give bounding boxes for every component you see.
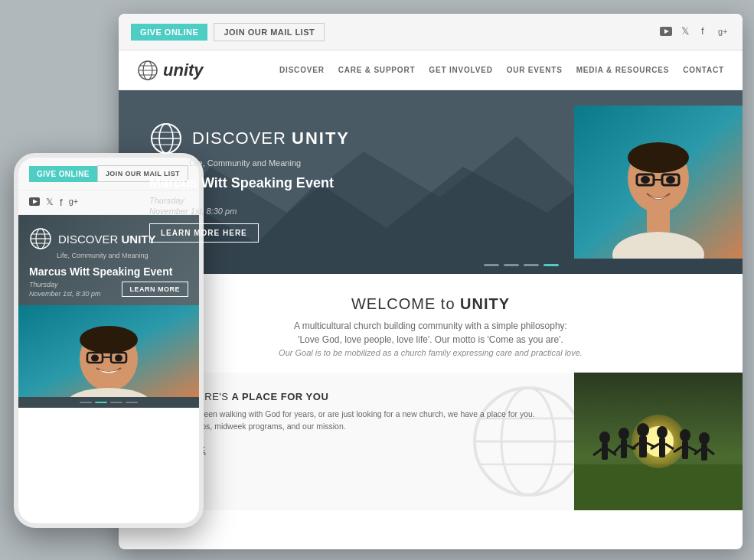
svg-point-50 (657, 426, 668, 438)
svg-point-78 (115, 355, 122, 362)
nav-care[interactable]: CARE & SUPPORT (338, 66, 416, 74)
hero-date-label: Thursday (149, 196, 543, 205)
svg-rect-39 (602, 443, 608, 460)
svg-rect-59 (701, 444, 707, 461)
hero-learn-more-button[interactable]: LEARN MORE HERE (149, 223, 259, 243)
mobile-dot-2-active[interactable] (95, 402, 107, 403)
svg-rect-47 (639, 436, 647, 457)
hero-date-detail: November 1st, 8:30 pm (149, 207, 543, 216)
mobile-facebook-icon[interactable]: f (60, 197, 63, 208)
mobile-event-title: Marcus Witt Speaking Event (29, 265, 188, 278)
twitter-icon[interactable]: 𝕏 (681, 25, 692, 38)
mobile-learn-more-button[interactable]: LEARN MORE (122, 282, 189, 297)
nav-media[interactable]: MEDIA & RESOURCES (576, 66, 670, 74)
hero-person-image (574, 106, 743, 259)
bottom-section: WHERE THERE'S A PLACE FOR YOU Whether yo… (119, 373, 743, 510)
logo-globe-icon (137, 60, 158, 81)
mobile-give-online-button[interactable]: GIVE ONLINE (29, 166, 97, 182)
join-mail-button[interactable]: JOIN OUR MAIL LIST (214, 23, 325, 41)
welcome-line1: A multicultural church building communit… (149, 321, 712, 331)
hero-globe-icon (149, 122, 183, 155)
unity-logo: unity (137, 60, 204, 81)
svg-text:𝕏: 𝕏 (681, 25, 689, 36)
youtube-icon[interactable] (660, 26, 672, 38)
mobile-dot-3[interactable] (110, 402, 122, 403)
hero-unity-label: UNITY (292, 129, 350, 148)
svg-rect-22 (647, 209, 670, 232)
hero-person-svg (574, 106, 743, 259)
nav-discover[interactable]: DISCOVER (279, 66, 325, 74)
slide-dot-3[interactable] (524, 264, 539, 266)
slide-dot-2[interactable] (504, 264, 519, 266)
social-icons: 𝕏 f g+ (660, 25, 730, 38)
welcome-section: WELCOME to UNITY A multicultural church … (119, 274, 743, 373)
svg-point-27 (641, 176, 650, 184)
slider-dots (484, 264, 559, 266)
welcome-line2: 'Love God, love people, love life'. Our … (149, 334, 712, 345)
svg-point-54 (680, 429, 690, 441)
mobile-googleplus-icon[interactable]: g+ (69, 197, 79, 208)
hero-section: DISCOVER UNITY Life, Community and Meani… (119, 90, 743, 274)
svg-point-21 (628, 142, 689, 173)
svg-point-71 (80, 326, 138, 353)
desktop-nav: unity DISCOVER CARE & SUPPORT GET INVOLV… (119, 50, 743, 90)
svg-point-77 (91, 355, 99, 362)
mobile-date-section: Thursday November 1st, 8:30 pm (29, 281, 101, 298)
mobile-dot-4[interactable] (126, 402, 138, 403)
slide-dot-1[interactable] (484, 264, 499, 266)
svg-rect-43 (621, 439, 627, 458)
hero-discover-row: DISCOVER UNITY (149, 122, 543, 155)
hero-event-title: Marcus Witt Speaking Event (149, 175, 543, 191)
svg-point-38 (599, 431, 610, 444)
topbar-actions: GIVE ONLINE JOIN OUR MAIL LIST (131, 23, 325, 41)
svg-point-42 (619, 428, 629, 440)
desktop-topbar: GIVE ONLINE JOIN OUR MAIL LIST 𝕏 f g+ (119, 14, 743, 50)
nav-contact[interactable]: CONTACT (683, 66, 724, 74)
hero-subtitle: Life, Community and Meaning (189, 158, 543, 168)
svg-rect-51 (659, 438, 665, 457)
community-image (574, 373, 743, 510)
desktop-mockup: GIVE ONLINE JOIN OUR MAIL LIST 𝕏 f g+ (119, 14, 743, 549)
mobile-dot-1[interactable] (80, 402, 92, 403)
watermark-globe-icon (467, 380, 574, 503)
mobile-date-detail: November 1st, 8:30 pm (29, 290, 101, 298)
slide-dot-4-active[interactable] (543, 264, 559, 266)
mobile-person-image (18, 305, 199, 397)
give-online-button[interactable]: GIVE ONLINE (131, 24, 207, 41)
mobile-date-label: Thursday (29, 281, 101, 288)
welcome-title: WELCOME to UNITY (149, 295, 712, 313)
svg-point-28 (666, 176, 675, 184)
svg-text:f: f (701, 25, 704, 36)
logo-text: unity (163, 60, 204, 80)
mobile-slider-dots (18, 397, 199, 408)
mobile-person-svg (18, 305, 199, 397)
googleplus-icon[interactable]: g+ (718, 25, 730, 38)
svg-point-58 (699, 432, 710, 444)
nav-links: DISCOVER CARE & SUPPORT GET INVOLVED OUR… (279, 66, 724, 74)
hero-content: DISCOVER UNITY Life, Community and Meani… (119, 106, 574, 258)
nav-events[interactable]: OUR EVENTS (507, 66, 563, 74)
hero-discover-text: DISCOVER UNITY (192, 129, 350, 148)
mobile-youtube-icon[interactable] (29, 197, 40, 208)
nav-get-involved[interactable]: GET INVOLVED (429, 66, 492, 74)
community-svg (574, 373, 743, 510)
facebook-icon[interactable]: f (701, 25, 709, 38)
svg-rect-55 (682, 441, 688, 459)
welcome-tagline: Our Goal is to be mobilized as a church … (149, 348, 712, 357)
svg-text:g+: g+ (718, 27, 728, 36)
svg-point-46 (637, 423, 649, 437)
mobile-globe-icon (29, 227, 52, 250)
svg-rect-35 (574, 464, 743, 510)
mobile-twitter-icon[interactable]: 𝕏 (46, 197, 54, 208)
hero-discover-label: DISCOVER (192, 129, 292, 148)
